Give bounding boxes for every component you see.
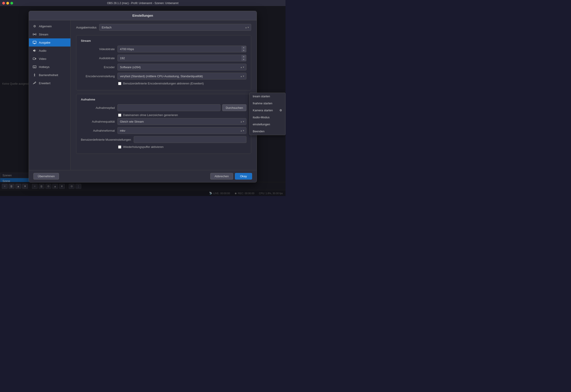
okay-button[interactable]: Okay: [235, 173, 252, 180]
audiobitrate-down[interactable]: ▼: [242, 58, 246, 61]
wiederholungspuffer-row: Wiederholungspuffer aktivieren: [81, 145, 246, 149]
dateinamen-checkbox[interactable]: [118, 113, 121, 117]
sidebar-item-ausgabe[interactable]: Ausgabe: [29, 38, 71, 46]
aufnahmequalitaet-select[interactable]: Gleich wie Stream Hohe Qualität Verlustf…: [117, 118, 246, 125]
muxer-label: Benutzerdefinierte Muxereinstellungen: [81, 138, 131, 141]
traffic-lights: [2, 2, 13, 4]
audio-icon: [32, 49, 37, 53]
audiobitrate-up[interactable]: ▲: [242, 55, 246, 58]
context-item-stream[interactable]: tream starten: [250, 93, 285, 100]
encoder-control: Software (x264) Hardware (NVENC) ▲▼: [117, 64, 246, 70]
custom-encoder-checkbox[interactable]: [118, 82, 121, 85]
context-item-settings-label: einstellungen: [253, 123, 270, 126]
sidebar-item-label: Barrierefreiheit: [39, 73, 58, 77]
stream-icon: [32, 32, 37, 36]
videobitrate-input-wrapper: ▲ ▼: [117, 46, 246, 52]
encodervoreinstellung-select[interactable]: veryfast (Standard) (mittlere CPU-Auslas…: [117, 73, 246, 80]
sidebar-item-label: Video: [39, 57, 46, 60]
aufnahmequalitaet-label: Aufnahmequalität: [81, 120, 115, 123]
videobitrate-up[interactable]: ▲: [242, 46, 246, 49]
aufnahme-section: Aufnahme Aufnahmepfad Durchsuchen: [76, 94, 251, 154]
context-item-stream-label: tream starten: [253, 95, 270, 98]
videobitrate-spinners: ▲ ▼: [242, 46, 246, 52]
titlebar-title: OBS 28.1.2 (mac) - Profil: Unbenannt - S…: [107, 1, 178, 5]
sidebar-item-allgemein[interactable]: ⚙ Allgemein: [29, 22, 71, 30]
close-button[interactable]: [2, 2, 5, 4]
keyboard-icon: [32, 65, 37, 69]
wrench-icon: [32, 81, 37, 85]
videobitrate-control: ▲ ▼: [117, 46, 246, 52]
custom-encoder-row: Benutzerdefinierte Encodereinstellungen …: [81, 82, 246, 85]
context-item-camera-label: Kamera starten: [253, 109, 273, 112]
encodervoreinstellung-select-wrapper: veryfast (Standard) (mittlere CPU-Auslas…: [117, 73, 246, 80]
context-menu: tream starten fnahme starten Kamera star…: [249, 93, 286, 135]
audiobitrate-control: ▲ ▼: [117, 55, 246, 61]
svg-rect-7: [33, 66, 36, 68]
sidebar-item-erweitert[interactable]: Erweitert: [29, 79, 71, 87]
context-item-record[interactable]: fnahme starten: [250, 100, 285, 107]
context-item-studio[interactable]: itudio-Modus: [250, 114, 285, 121]
abbrechen-button[interactable]: Abbrechen: [210, 173, 233, 180]
aufnahmepfad-control: Durchsuchen: [117, 104, 246, 111]
videobitrate-down[interactable]: ▼: [242, 49, 246, 52]
context-item-studio-label: itudio-Modus: [253, 116, 270, 119]
settings-content: Ausgabemodus Einfach Erweitert ▲▼ Stream: [71, 20, 257, 170]
svg-marker-4: [33, 49, 35, 52]
settings-sidebar: ⚙ Allgemein S: [29, 20, 71, 170]
sidebar-item-video[interactable]: Video: [29, 55, 71, 63]
settings-body: ⚙ Allgemein S: [29, 20, 257, 170]
sidebar-item-stream[interactable]: Stream: [29, 30, 71, 38]
browse-button[interactable]: Durchsuchen: [222, 104, 246, 111]
videobitrate-input[interactable]: [117, 46, 246, 52]
aufnahme-section-title: Aufnahme: [81, 98, 246, 101]
svg-point-0: [34, 34, 35, 35]
context-item-camera[interactable]: Kamera starten ⚙: [250, 107, 285, 114]
sidebar-item-label: Erweitert: [39, 82, 50, 85]
wiederholungspuffer-checkbox[interactable]: [118, 145, 121, 149]
aufnahmequalitaet-row: Aufnahmequalität Gleich wie Stream Hohe …: [81, 118, 246, 125]
sidebar-item-audio[interactable]: Audio: [29, 46, 71, 55]
encodervoreinstellung-row: Encodervoreinstellung veryfast (Standard…: [81, 73, 246, 80]
settings-footer: Übernehmen Abbrechen Okay: [29, 170, 257, 182]
audiobitrate-label: Audiobitrate: [81, 56, 115, 60]
aufnahmeformat-row: Aufnahmeformat mkv mp4 mov ts m3u8: [81, 127, 246, 134]
sidebar-item-label: Allgemein: [39, 25, 52, 28]
encoder-row: Encoder Software (x264) Hardware (NVENC)…: [81, 64, 246, 70]
sidebar-item-label: Audio: [39, 49, 46, 52]
aufnahmeformat-control: mkv mp4 mov ts m3u8 flv ▲▼: [117, 127, 246, 134]
aufnahmepfad-input[interactable]: [117, 104, 220, 111]
aufnahmepfad-label: Aufnahmepfad: [81, 106, 115, 110]
muxer-input[interactable]: [134, 136, 246, 143]
sidebar-item-label: Hotkeys: [39, 65, 49, 69]
maximize-button[interactable]: [10, 2, 13, 4]
sidebar-item-hotkeys[interactable]: Hotkeys: [29, 63, 71, 71]
stream-section: Stream Videobitrate ▲ ▼: [76, 35, 251, 90]
aufnahmequalitaet-control: Gleich wie Stream Hohe Qualität Verlustf…: [117, 118, 246, 125]
videobitrate-label: Videobitrate: [81, 47, 115, 51]
aufnahmeformat-select-wrapper: mkv mp4 mov ts m3u8 flv ▲▼: [117, 127, 246, 134]
encoder-select[interactable]: Software (x264) Hardware (NVENC): [117, 64, 246, 70]
context-item-camera-icon: ⚙: [279, 109, 282, 112]
context-item-settings[interactable]: einstellungen: [250, 121, 285, 128]
settings-dialog: Einstellungen ⚙ Allgemein: [29, 11, 257, 182]
audiobitrate-input-wrapper: ▲ ▼: [117, 55, 246, 61]
muxer-control: [134, 136, 246, 143]
minimize-button[interactable]: [6, 2, 9, 4]
custom-encoder-label: Benutzerdefinierte Encodereinstellungen …: [123, 82, 204, 85]
wiederholungspuffer-label: Wiederholungspuffer aktivieren: [123, 145, 164, 149]
aufnahmequalitaet-select-wrapper: Gleich wie Stream Hohe Qualität Verlustf…: [117, 118, 246, 125]
svg-line-16: [35, 75, 35, 76]
aufnahmeformat-select[interactable]: mkv mp4 mov ts m3u8 flv: [117, 127, 246, 134]
sidebar-item-barrierefreiheit[interactable]: Barrierefreiheit: [29, 71, 71, 79]
footer-right-buttons: Abbrechen Okay: [210, 173, 252, 180]
videobitrate-row: Videobitrate ▲ ▼: [81, 46, 246, 52]
context-item-quit[interactable]: Beenden: [250, 128, 285, 135]
ausgabemodus-select[interactable]: Einfach Erweitert: [99, 24, 251, 31]
ubernehmen-button[interactable]: Übernehmen: [33, 173, 59, 180]
svg-rect-5: [33, 58, 35, 60]
encodervoreinstellung-label: Encodervoreinstellung: [81, 74, 115, 78]
stream-section-title: Stream: [81, 39, 246, 42]
dateinamen-label: Dateinamen ohne Leerzeichen generieren: [123, 113, 178, 117]
audiobitrate-row: Audiobitrate ▲ ▼: [81, 55, 246, 61]
audiobitrate-input[interactable]: [117, 55, 246, 61]
